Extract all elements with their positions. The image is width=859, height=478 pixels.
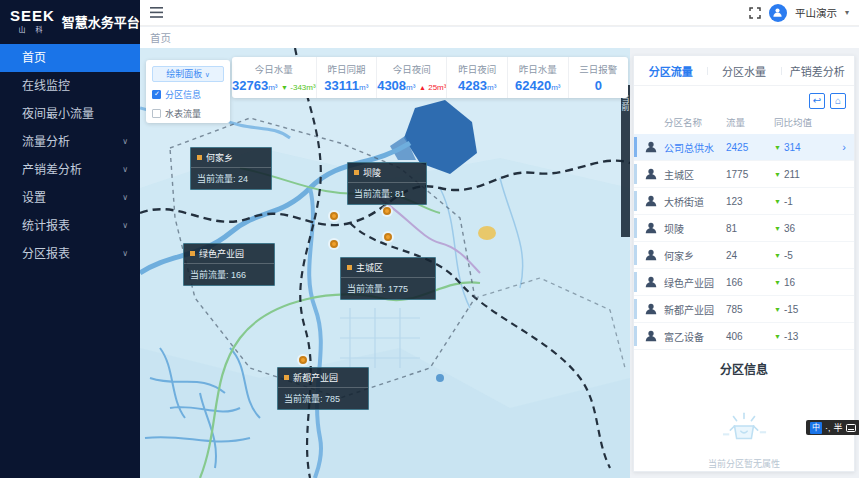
tab-label: 产销差分析 [790, 66, 845, 78]
stat-last-night-volume: 昨日夜间 4283m³ [446, 57, 507, 98]
table-row[interactable]: 主城区 1775 ▼211 [634, 161, 854, 188]
sidebar-item-statistic-reports[interactable]: 统计报表 ∨ [0, 212, 140, 240]
sidebar-item-flow-analysis[interactable]: 流量分析 ∨ [0, 128, 140, 156]
table-row[interactable]: 富乙设备 406 ▼-13 [634, 323, 854, 350]
sidebar: SEEK 山 科 智慧水务平台 首页 在线监控 夜间最小流量 流量分析 ∨ 产销… [0, 0, 140, 478]
sidebar-item-nrw-analysis[interactable]: 产销差分析 ∨ [0, 156, 140, 184]
right-panel-toolbar: ↩ ⌂ [634, 86, 854, 110]
map-tooltip-xindu-park: 新都产业园 当前流量: 785 [277, 367, 369, 410]
chevron-down-icon: ∨ [122, 212, 128, 240]
map-marker[interactable] [330, 212, 338, 220]
checkbox-zone-info[interactable]: ✓ 分区信息 [152, 88, 224, 101]
tooltip-value: 785 [325, 394, 340, 404]
stat-today-volume: 今日水量 32763m³ ▼ -343m³ [232, 57, 316, 98]
zone-flow: 2425 [726, 142, 774, 153]
map-marker[interactable] [330, 240, 338, 248]
zone-name: 绿色产业园 [664, 275, 726, 290]
checkbox-meter-flow[interactable]: 水表流量 [152, 107, 224, 120]
draw-panel-dropdown[interactable]: 绘制面板 ∨ [152, 66, 224, 82]
checkbox-unchecked-icon[interactable] [152, 109, 161, 118]
table-row[interactable]: 新都产业园 785 ▼-15 [634, 296, 854, 323]
sidebar-item-settings[interactable]: 设置 ∨ [0, 184, 140, 212]
sidebar-item-zone-reports[interactable]: 分区报表 ∨ [0, 240, 140, 268]
trend-down-icon: ▼ [774, 279, 781, 286]
tab-nrw-analysis[interactable]: 产销差分析 [781, 63, 854, 79]
table-row[interactable]: 绿色产业园 166 ▼16 [634, 269, 854, 296]
user-avatar[interactable] [769, 4, 787, 22]
zone-flow: 1775 [726, 169, 774, 180]
brand-text: SEEK [10, 8, 55, 24]
tab-label: 分区流量 [649, 66, 693, 78]
table-header: 分区名称 流量 同比均值 [634, 110, 854, 134]
stat-unit: m³ [551, 83, 560, 92]
zone-name: 何家乡 [664, 248, 726, 263]
person-icon [644, 140, 658, 154]
column-header-zone-name: 分区名称 [634, 115, 726, 129]
keyboard-icon[interactable] [846, 424, 856, 432]
chevron-down-icon: ∨ [122, 156, 128, 184]
zone-name: 富乙设备 [664, 329, 726, 344]
ime-width-button[interactable]: 半 [834, 421, 843, 434]
username-label[interactable]: 平山演示 [795, 5, 837, 20]
checkbox-label: 分区信息 [165, 88, 201, 101]
tab-zone-flow[interactable]: 分区流量 [634, 63, 707, 79]
sidebar-item-label: 流量分析 [22, 135, 70, 149]
caret-down-icon[interactable]: ▾ [845, 8, 849, 17]
table-row[interactable]: 坝陵 81 ▼36 [634, 215, 854, 242]
zone-name: 坝陵 [664, 221, 726, 236]
undo-icon: ↩ [813, 95, 821, 106]
checkbox-label: 水表流量 [165, 107, 201, 120]
home-button[interactable]: ⌂ [830, 93, 846, 109]
sidebar-item-online-monitoring[interactable]: 在线监控 [0, 72, 140, 100]
ime-toolbar[interactable]: 中 ·, 半 [806, 420, 859, 435]
breadcrumb[interactable]: 首页 [150, 30, 171, 45]
chevron-right-icon[interactable]: › [842, 141, 846, 153]
empty-box-icon [718, 407, 770, 447]
sidebar-item-home[interactable]: 首页 [0, 44, 140, 72]
tooltip-title: 何家乡 [206, 151, 233, 164]
tooltip-title: 绿色产业园 [199, 247, 244, 260]
zone-info-title: 分区信息 [634, 360, 854, 377]
zone-delta: 16 [784, 277, 795, 288]
breadcrumb-bar: 首页 [140, 27, 859, 48]
tab-zone-volume[interactable]: 分区水量 [707, 63, 780, 79]
sidebar-item-night-min-flow[interactable]: 夜间最小流量 [0, 100, 140, 128]
stat-yesterday-same-period: 昨日同期 33111m³ [316, 57, 377, 98]
zone-dot-icon [347, 265, 352, 270]
checkbox-checked-icon[interactable]: ✓ [152, 90, 161, 99]
stat-unit: m³ [487, 83, 496, 92]
ime-punct-button[interactable]: ·, [825, 423, 831, 433]
tooltip-label: 当前流量: [190, 270, 229, 280]
zone-dot-icon [354, 170, 359, 175]
zone-delta: 314 [784, 142, 801, 153]
fullscreen-icon[interactable] [749, 7, 761, 19]
undo-button[interactable]: ↩ [809, 93, 825, 109]
zone-delta: 36 [784, 223, 795, 234]
stat-unit: m³ [268, 83, 277, 92]
zone-flow: 406 [726, 331, 774, 342]
tooltip-value: 24 [238, 174, 248, 184]
tooltip-label: 当前流量: [354, 189, 393, 199]
map-marker[interactable] [383, 207, 391, 215]
person-icon [644, 329, 658, 343]
app-title: 智慧水务平台 [62, 12, 140, 31]
app-logo: SEEK 山 科 智慧水务平台 [0, 0, 140, 42]
person-icon [644, 194, 658, 208]
table-row[interactable]: 大桥街道 123 ▼-1 [634, 188, 854, 215]
zone-delta: 211 [784, 169, 800, 180]
tooltip-label: 当前流量: [197, 174, 236, 184]
map-marker[interactable] [299, 356, 307, 364]
trend-up-icon: ▲ [419, 84, 426, 91]
person-icon [644, 248, 658, 262]
tooltip-title: 新都产业园 [293, 371, 338, 384]
sidebar-item-label: 分区报表 [22, 247, 70, 261]
zone-dot-icon [197, 155, 202, 160]
sidebar-collapse-icon[interactable] [150, 7, 163, 18]
table-row[interactable]: 何家乡 24 ▼-5 [634, 242, 854, 269]
zone-delta: -1 [784, 196, 793, 207]
ime-mode-button[interactable]: 中 [810, 422, 822, 434]
table-row[interactable]: 公司总供水 2425 ▼314 › [634, 134, 854, 161]
trend-down-icon: ▼ [774, 225, 781, 232]
map-marker[interactable] [384, 233, 392, 241]
tooltip-value: 166 [231, 270, 246, 280]
